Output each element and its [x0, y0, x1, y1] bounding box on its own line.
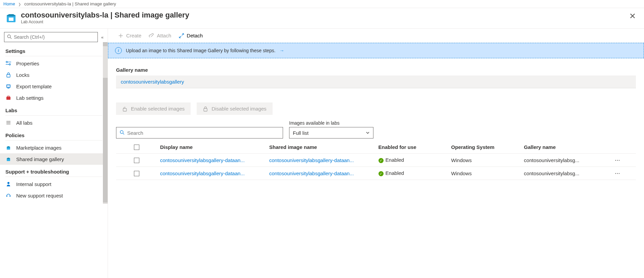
create-button[interactable]: Create — [115, 31, 145, 40]
gallery-name-value[interactable]: contosouniversitylabsgallery — [116, 75, 636, 88]
select-all-checkbox[interactable] — [134, 145, 139, 150]
chevron-down-icon — [366, 130, 370, 136]
col-os[interactable]: Operating System — [448, 141, 521, 154]
close-button[interactable]: ✕ — [626, 11, 639, 22]
svg-line-3 — [10, 37, 11, 39]
svg-rect-8 — [7, 74, 10, 77]
cell-display-name[interactable]: contosouniversitylabsgallery-dataan... — [157, 154, 267, 167]
briefcase-icon — [5, 95, 11, 101]
svg-point-2 — [7, 35, 10, 38]
button-label: Disable selected images — [212, 106, 267, 112]
row-menu-button[interactable]: ··· — [599, 167, 636, 180]
sidebar-item-new-support-request[interactable]: New support request — [0, 190, 108, 201]
lab-account-icon — [5, 12, 17, 24]
sidebar-item-label: Marketplace images — [16, 145, 61, 151]
info-banner[interactable]: i Upload an image to this Shared Image G… — [108, 43, 644, 58]
detach-button[interactable]: Detach — [175, 31, 206, 40]
sidebar-section-labs: Labs — [0, 103, 108, 115]
table-row[interactable]: contosouniversitylabsgallery-dataan... c… — [116, 167, 636, 180]
dropdown-label: Images available in labs — [289, 120, 373, 126]
sidebar-item-label: Locks — [16, 72, 29, 78]
export-icon — [5, 83, 11, 89]
attach-button[interactable]: Attach — [145, 31, 175, 40]
sidebar-item-label: Lab settings — [16, 95, 44, 101]
cell-shared-image-name[interactable]: contosouniversitylabsgallery-dataan... — [267, 167, 376, 180]
toolbar-label: Attach — [157, 33, 171, 38]
sidebar-section-settings: Settings — [0, 44, 108, 56]
image-search-input[interactable] — [127, 130, 279, 136]
sidebar-item-label: New support request — [16, 193, 63, 198]
cell-enabled: ✓Enabled — [376, 167, 449, 180]
col-shared-image-name[interactable]: Shared image name — [267, 141, 376, 154]
button-label: Enable selected images — [131, 106, 185, 112]
cell-enabled: ✓Enabled — [376, 154, 449, 167]
svg-rect-21 — [10, 195, 11, 197]
sidebar-section-policies: Policies — [0, 128, 108, 140]
attach-icon — [149, 33, 154, 38]
sidebar-search-input[interactable] — [14, 34, 95, 40]
toolbar-label: Detach — [187, 33, 203, 38]
cell-display-name[interactable]: contosouniversitylabsgallery-dataan... — [157, 167, 267, 180]
col-enabled[interactable]: Enabled for use — [376, 141, 449, 154]
svg-line-27 — [123, 133, 124, 134]
cell-os: Windows — [448, 154, 521, 167]
unlock-icon — [122, 106, 128, 112]
lock-icon — [5, 72, 11, 78]
image-search[interactable] — [116, 127, 283, 138]
search-icon — [120, 130, 124, 136]
chevron-right-icon: ❯ — [18, 2, 21, 6]
sidebar-item-properties[interactable]: Properties — [0, 58, 108, 69]
sidebar-item-locks[interactable]: Locks — [0, 69, 108, 81]
enable-selected-button[interactable]: Enable selected images — [116, 102, 191, 115]
images-filter-dropdown[interactable]: Full list — [289, 127, 373, 138]
svg-rect-20 — [6, 195, 7, 197]
sidebar-item-label: Internal support — [16, 181, 51, 187]
info-icon: i — [115, 47, 122, 54]
sidebar-item-label: Export template — [16, 84, 52, 89]
check-icon: ✓ — [379, 171, 384, 176]
bag-icon — [5, 145, 11, 151]
sidebar-item-label: Shared image gallery — [16, 156, 64, 162]
sidebar-item-label: Properties — [16, 61, 39, 66]
sidebar-item-export-template[interactable]: Export template — [0, 81, 108, 92]
svg-rect-25 — [204, 109, 207, 111]
col-display-name[interactable]: Display name — [157, 141, 267, 154]
breadcrumb-current: contosouniversitylabs-la | Shared image … — [24, 1, 116, 6]
sidebar-item-internal-support[interactable]: Internal support — [0, 178, 108, 190]
svg-point-4 — [6, 61, 7, 63]
table-row[interactable]: contosouniversitylabsgallery-dataan... c… — [116, 154, 636, 167]
breadcrumb: Home ❯ contosouniversitylabs-la | Shared… — [0, 0, 644, 8]
settings-icon — [5, 60, 11, 66]
arrow-right-icon: → — [280, 48, 284, 53]
svg-rect-1 — [9, 18, 13, 21]
sidebar-item-shared-image-gallery[interactable]: Shared image gallery — [0, 153, 108, 165]
gallery-name-label: Gallery name — [116, 67, 636, 73]
cell-gallery: contosouniversitylabsg... — [521, 154, 599, 167]
sidebar-search[interactable] — [4, 32, 98, 42]
row-checkbox[interactable] — [134, 158, 139, 163]
disable-selected-button[interactable]: Disable selected images — [197, 102, 273, 115]
search-icon — [7, 34, 12, 40]
page-header: contosouniversitylabs-la | Shared image … — [0, 8, 644, 29]
dropdown-value: Full list — [293, 130, 309, 136]
collapse-sidebar-button[interactable]: « — [101, 35, 104, 40]
sidebar-item-lab-settings[interactable]: Lab settings — [0, 92, 108, 103]
col-gallery[interactable]: Gallery name — [521, 141, 599, 154]
svg-point-19 — [7, 182, 9, 184]
cell-shared-image-name[interactable]: contosouniversitylabsgallery-dataan... — [267, 154, 376, 167]
sidebar-item-marketplace-images[interactable]: Marketplace images — [0, 142, 108, 153]
row-checkbox[interactable] — [134, 171, 139, 176]
sidebar-section-support: Support + troubleshooting — [0, 165, 108, 177]
svg-rect-10 — [7, 85, 10, 87]
sidebar-item-all-labs[interactable]: All labs — [0, 117, 108, 128]
support-icon — [5, 181, 11, 187]
headset-icon — [5, 192, 11, 198]
sidebar: « Settings Properties Locks Export templ… — [0, 29, 108, 278]
scrollbar[interactable] — [103, 42, 108, 204]
bag-icon — [5, 156, 11, 162]
breadcrumb-home[interactable]: Home — [3, 1, 15, 6]
plus-icon — [118, 33, 123, 38]
svg-point-6 — [9, 64, 10, 65]
row-menu-button[interactable]: ··· — [599, 154, 636, 167]
check-icon: ✓ — [379, 158, 384, 163]
